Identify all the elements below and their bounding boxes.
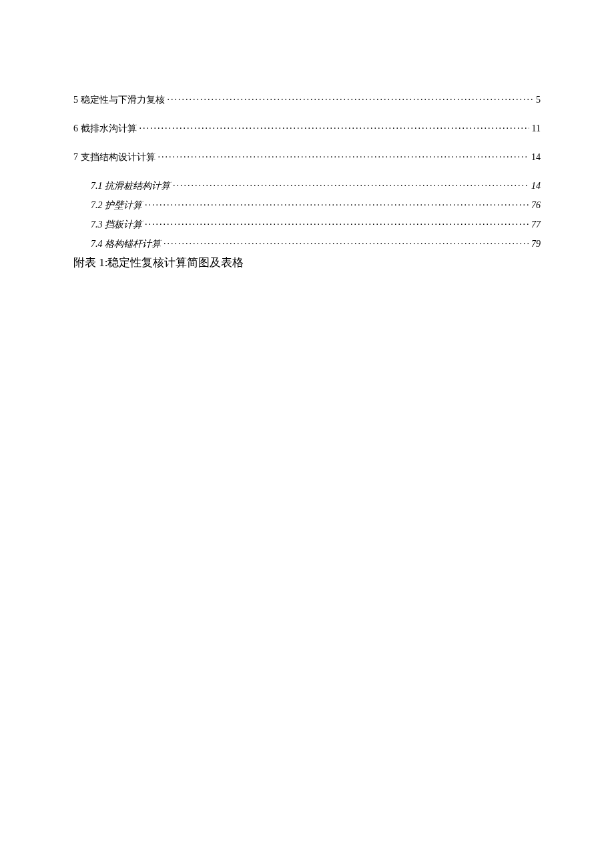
toc-dot-leader <box>164 238 529 247</box>
toc-entry-label: 6 截排水沟计算 <box>73 123 137 135</box>
toc-subentry: 7.4 格构锚杆计算 79 <box>73 238 541 250</box>
toc-entry-label: 5 稳定性与下滑力复核 <box>73 94 165 106</box>
toc-dot-leader <box>145 218 529 228</box>
toc-entry: 6 截排水沟计算 11 <box>73 122 541 135</box>
toc-entry-label: 7 支挡结构设计计算 <box>73 151 156 163</box>
toc-dot-leader <box>139 122 529 131</box>
toc-entry-page: 11 <box>532 123 541 134</box>
toc-container: 5 稳定性与下滑力复核 5 6 截排水沟计算 11 7 支挡结构设计计算 14 … <box>73 93 541 272</box>
toc-subentry-page: 79 <box>531 239 541 250</box>
toc-dot-leader <box>173 179 529 189</box>
toc-subentry: 7.1 抗滑桩结构计算 14 <box>73 179 541 192</box>
toc-subentry-page: 14 <box>531 181 541 191</box>
toc-dot-leader <box>168 93 534 103</box>
toc-subentry-label: 7.2 护壁计算 <box>91 199 142 211</box>
toc-entry: 7 支挡结构设计计算 14 <box>73 151 541 163</box>
toc-subentry-page: 76 <box>531 200 541 211</box>
toc-subentry-label: 7.4 格构锚杆计算 <box>91 238 161 250</box>
toc-subentry: 7.3 挡板计算 77 <box>73 218 541 231</box>
toc-subentry-label: 7.1 抗滑桩结构计算 <box>91 180 170 192</box>
toc-dot-leader <box>158 151 529 160</box>
toc-dot-leader <box>145 199 529 208</box>
toc-entry: 5 稳定性与下滑力复核 5 <box>73 93 541 106</box>
toc-subentry-label: 7.3 挡板计算 <box>91 219 142 231</box>
toc-entry-page: 5 <box>536 95 541 105</box>
toc-subentry: 7.2 护壁计算 76 <box>73 199 541 211</box>
toc-entry-page: 14 <box>531 152 541 163</box>
appendix-title: 附表 1:稳定性复核计算简图及表格 <box>73 254 541 272</box>
toc-subentry-page: 77 <box>531 220 541 230</box>
